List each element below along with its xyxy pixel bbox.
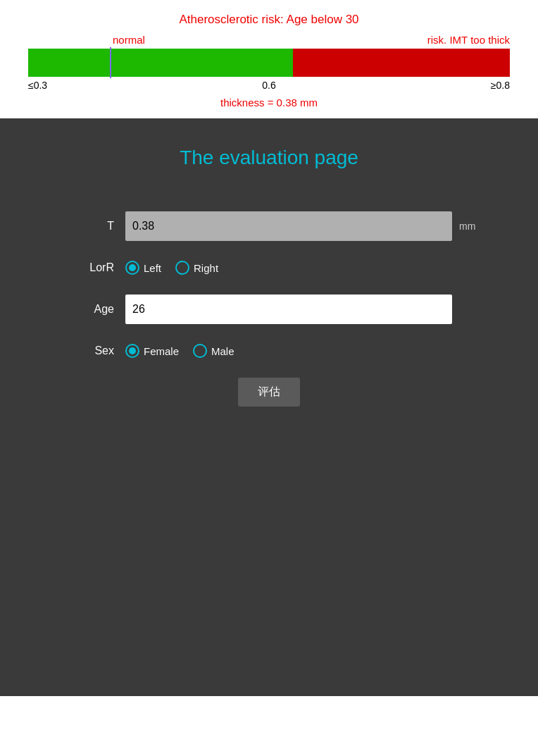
t-input[interactable] (125, 211, 452, 241)
t-label: T (58, 220, 114, 233)
age-label: Age (58, 303, 114, 316)
right-label: Right (194, 262, 218, 274)
right-radio-circle[interactable] (175, 261, 189, 275)
bar-red (293, 49, 510, 77)
scale-mid: 0.6 (262, 80, 275, 91)
scale-right: ≥0.8 (491, 80, 510, 91)
age-input[interactable] (125, 295, 452, 324)
bar-indicator (110, 47, 111, 78)
t-unit: mm (459, 221, 480, 232)
female-option[interactable]: Female (125, 344, 179, 358)
risk-bar (28, 49, 510, 77)
top-section: Atherosclerotic risk: Age below 30 norma… (0, 0, 538, 118)
label-normal: normal (113, 34, 145, 46)
female-label: Female (144, 345, 179, 357)
left-option[interactable]: Left (125, 261, 161, 275)
t-row: T mm (58, 211, 480, 241)
lor-radio-group: Left Right (125, 261, 218, 275)
chart-title: Atherosclerotic risk: Age below 30 (21, 13, 517, 27)
eval-button[interactable]: 评估 (238, 378, 300, 407)
lor-label: LorR (58, 261, 114, 274)
male-radio-circle[interactable] (193, 344, 207, 358)
form-area: T mm LorR Left Right Age (58, 211, 480, 407)
sex-row: Sex Female Male (58, 344, 480, 358)
left-radio-circle[interactable] (125, 261, 139, 275)
label-risk: risk. IMT too thick (427, 34, 510, 46)
eval-button-row: 评估 (58, 378, 480, 407)
eval-title: The evaluation page (21, 147, 517, 169)
age-row: Age (58, 295, 480, 324)
bottom-section: The evaluation page T mm LorR Left Right (0, 118, 538, 696)
male-option[interactable]: Male (193, 344, 234, 358)
sex-label: Sex (58, 345, 114, 357)
left-label: Left (144, 262, 161, 274)
female-radio-circle[interactable] (125, 344, 139, 358)
lor-row: LorR Left Right (58, 261, 480, 275)
bar-green (28, 49, 293, 77)
sex-radio-group: Female Male (125, 344, 234, 358)
thickness-label: thickness = 0.38 mm (21, 97, 517, 109)
chart-labels-row: normal risk. IMT too thick (21, 34, 517, 46)
male-label: Male (211, 345, 234, 357)
scale-row: ≤0.3 0.6 ≥0.8 (28, 80, 510, 91)
right-option[interactable]: Right (175, 261, 218, 275)
scale-left: ≤0.3 (28, 80, 47, 91)
